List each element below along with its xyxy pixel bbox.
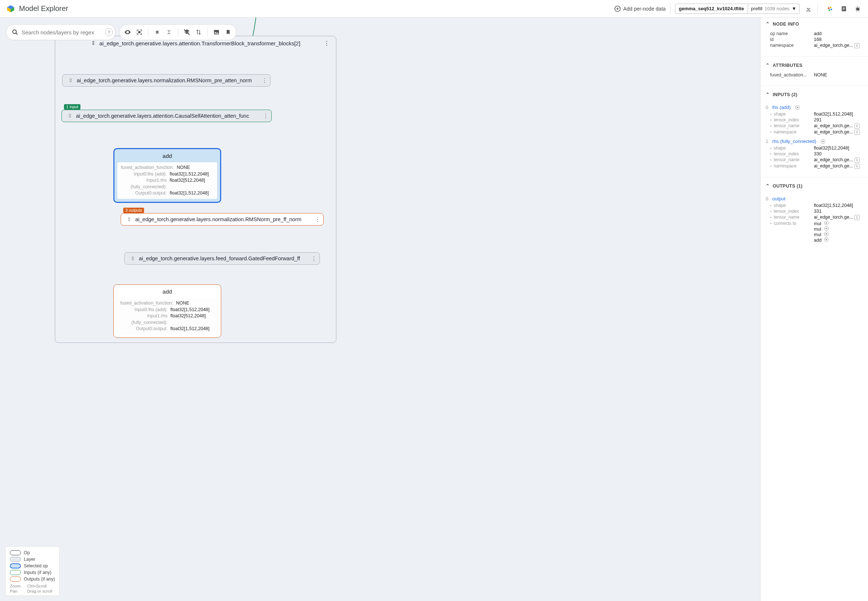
section-outputs[interactable]: ⌃ OUTPUTS (1) (761, 180, 868, 192)
layer-label: ai_edge_torch.generative.layers.feed_for… (139, 256, 300, 261)
expand-all-icon[interactable] (153, 28, 162, 37)
layer-label: ai_edge_torch.generative.layers.attentio… (76, 113, 249, 119)
locate-icon[interactable] (824, 226, 828, 231)
layer-rmsnorm-atten[interactable]: ⇳ ai_edge_torch.generative.layers.normal… (62, 74, 270, 87)
add-data-label: Add per-node data (623, 6, 666, 12)
menu-icon[interactable]: ⋮ (324, 40, 330, 46)
model-filename: gemma_seq512_kv1024.tflite (675, 6, 748, 11)
layer-label: ai_edge_torch.generative.layers.normaliz… (77, 78, 252, 83)
add-per-node-data-button[interactable]: Add per-node data (614, 5, 666, 12)
search-input[interactable] (21, 29, 103, 35)
layer-causal-attention[interactable]: ⇳ ai_edge_torch.generative.layers.attent… (61, 110, 272, 122)
help-icon[interactable]: ? (105, 28, 113, 36)
section-attributes[interactable]: ⌃ ATTRIBUTES (761, 59, 868, 72)
app-brand: Model Explorer (6, 4, 69, 14)
expand-text-icon[interactable]: ⇳ (854, 130, 860, 135)
menu-icon[interactable]: ⋮ (311, 256, 317, 261)
graph-canvas[interactable]: ? (0, 18, 760, 601)
locate-icon[interactable] (795, 105, 799, 110)
layer-label: ai_edge_torch.generative.layers.normaliz… (135, 217, 301, 222)
layer-rmsnorm-ff[interactable]: ⇳ ai_edge_torch.generative.layers.normal… (121, 213, 323, 226)
container-title: ai_edge_torch.generative.layers.attentio… (99, 40, 301, 46)
node-attrs: fused_activation_function:NONE Input0:lh… (117, 298, 218, 334)
outputs-badge: 3 outputs (123, 207, 144, 213)
add-node-2[interactable]: add fused_activation_function:NONE Input… (113, 284, 221, 338)
expand-icon[interactable]: ⇳ (127, 217, 132, 222)
expand-icon[interactable]: ⇳ (68, 113, 72, 119)
locate-icon[interactable] (821, 139, 825, 144)
collapse-icon[interactable]: ⇕ (91, 40, 96, 46)
svg-point-4 (830, 8, 832, 10)
expand-text-icon[interactable]: ⇳ (854, 43, 860, 48)
layer-gated-ff[interactable]: ⇳ ai_edge_torch.generative.layers.feed_f… (124, 252, 320, 265)
top-bar: Model Explorer Add per-node data gemma_s… (0, 0, 868, 18)
svg-rect-7 (843, 7, 845, 8)
bookmark-icon[interactable] (224, 28, 233, 37)
chevron-up-icon: ⌃ (766, 92, 770, 97)
selected-add-node[interactable]: add fused_activation_function:NONE Input… (113, 148, 221, 203)
svg-point-3 (830, 6, 832, 8)
logo-icon (6, 4, 15, 14)
eye-icon[interactable] (123, 28, 132, 37)
subgraph-name: prefill (751, 6, 762, 11)
node-title: add (114, 285, 221, 298)
svg-point-11 (13, 30, 17, 34)
divider (817, 4, 818, 14)
fit-icon[interactable] (135, 28, 144, 37)
section-node-info[interactable]: ⌃ NODE INFO (761, 18, 868, 31)
collapse-all-icon[interactable] (165, 28, 173, 37)
expand-text-icon[interactable]: ⇳ (854, 215, 860, 220)
divider (670, 4, 671, 14)
search-icon (11, 29, 19, 36)
app-title: Model Explorer (19, 5, 69, 13)
side-panel: ⌃ NODE INFO op nameadd id168 namespaceai… (760, 18, 868, 601)
expand-text-icon[interactable]: ⇳ (854, 157, 860, 163)
expand-text-icon[interactable]: ⇳ (854, 124, 860, 129)
locate-icon[interactable] (824, 221, 828, 225)
canvas-toolbar (119, 24, 236, 40)
svg-rect-8 (843, 8, 845, 9)
svg-rect-12 (139, 31, 140, 33)
node-attrs: fused_activation_function:NONE Input0:lh… (117, 162, 217, 199)
chevron-up-icon: ⌃ (766, 183, 770, 189)
sort-icon[interactable] (194, 28, 203, 37)
svg-point-2 (828, 7, 830, 9)
output-header[interactable]: 0output (766, 196, 863, 201)
menu-icon[interactable]: ⋮ (315, 217, 320, 222)
notes-button[interactable] (839, 5, 848, 13)
svg-point-5 (828, 9, 830, 11)
download-button[interactable] (804, 5, 813, 13)
chevron-up-icon: ⌃ (766, 63, 770, 68)
menu-icon[interactable]: ⋮ (263, 113, 268, 119)
svg-point-1 (827, 6, 833, 12)
chevron-up-icon: ⌃ (766, 21, 770, 27)
input-lhs-header[interactable]: 0lhs (add) (766, 105, 863, 110)
subgraph-node-count: 1039 nodes (764, 6, 789, 11)
search-box[interactable]: ? (6, 24, 116, 40)
input-rhs-header[interactable]: 1rhs (fully_connected) (766, 139, 863, 144)
node-title: add (114, 149, 220, 162)
model-selector[interactable]: gemma_seq512_kv1024.tflite prefill 1039 … (675, 4, 799, 14)
input-badge: 1 input (64, 104, 81, 110)
expand-text-icon[interactable]: ⇳ (854, 164, 860, 169)
expand-icon[interactable]: ⇳ (69, 78, 73, 83)
locate-icon[interactable] (824, 232, 828, 236)
legend: Op Layer Selected op Inputs (if any) Out… (5, 546, 59, 596)
layers-off-icon[interactable] (182, 28, 191, 37)
section-inputs[interactable]: ⌃ INPUTS (2) (761, 88, 868, 101)
menu-icon[interactable]: ⋮ (262, 78, 267, 83)
palette-button[interactable] (825, 5, 834, 13)
bug-button[interactable] (853, 5, 862, 13)
svg-rect-9 (843, 9, 844, 9)
image-icon[interactable] (212, 28, 221, 37)
expand-icon[interactable]: ⇳ (131, 256, 135, 261)
plus-circle-icon (614, 5, 621, 12)
locate-icon[interactable] (824, 237, 828, 242)
dropdown-arrow-icon: ▼ (792, 6, 796, 11)
